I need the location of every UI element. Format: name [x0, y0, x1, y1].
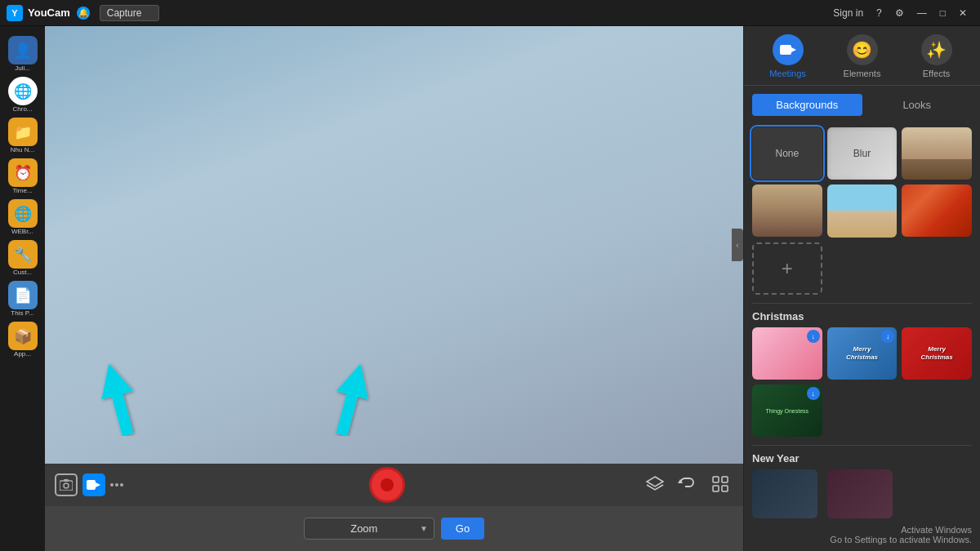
subtab-backgrounds[interactable]: Backgrounds: [752, 94, 862, 116]
desktop-icon-cust[interactable]: 🔧 Cust...: [5, 240, 41, 276]
xmas-item-2[interactable]: MerryChristmas ↓: [827, 327, 898, 380]
newyear-item-2[interactable]: [827, 469, 893, 518]
desktop-icon-nhu[interactable]: 📁 Nhu N...: [5, 118, 41, 153]
camera-icon: [55, 473, 78, 496]
bg-none-item[interactable]: None: [752, 127, 822, 180]
signin-button[interactable]: Sign in: [826, 6, 870, 20]
help-button[interactable]: ?: [870, 6, 889, 20]
go-button[interactable]: Go: [441, 518, 484, 540]
meetings-label: Meetings: [769, 69, 806, 78]
desktop-icon-time[interactable]: ⏰ Time...: [5, 158, 41, 194]
elements-icon: 😊: [847, 34, 878, 65]
panel-tabs: Meetings 😊 Elements ✨ Effects: [744, 26, 980, 86]
svg-rect-2: [60, 481, 73, 491]
new-year-grid: [752, 469, 972, 518]
bottom-bar: Zoom ▼ Go: [45, 506, 743, 551]
tab-elements[interactable]: 😊 Elements: [825, 34, 899, 78]
notification-badge: 🔔: [77, 7, 90, 20]
effects-icon: ✨: [921, 34, 952, 65]
newyear-item-1[interactable]: [752, 469, 817, 518]
undo-button[interactable]: [678, 476, 694, 495]
bg-blur-label: Blur: [853, 148, 871, 159]
bg-autumn-item[interactable]: [902, 184, 972, 237]
arrow-left-indicator: [90, 362, 147, 439]
arrow-right-indicator: [323, 362, 380, 439]
svg-marker-0: [93, 362, 144, 436]
desktop-icon-chrome[interactable]: 🌐 Chro...: [5, 77, 41, 113]
svg-rect-11: [722, 486, 728, 491]
video-icon: [82, 473, 105, 496]
effects-label: Effects: [923, 69, 950, 78]
add-background-icon: +: [782, 257, 793, 280]
svg-rect-5: [87, 480, 96, 490]
desktop-icon-app[interactable]: 📦 App...: [5, 322, 41, 358]
controls-bar: [45, 464, 743, 506]
bg-office-item[interactable]: [752, 184, 822, 237]
elements-label: Elements: [844, 69, 881, 78]
undo-icon: [678, 476, 694, 495]
subtab-looks[interactable]: Looks: [862, 94, 973, 116]
settings-button[interactable]: ⚙: [889, 6, 911, 20]
bg-none-label: None: [775, 148, 799, 159]
meetings-icon: [773, 34, 804, 65]
main-layout: 👤 Juli... 🌐 Chro... 📁 Nhu N... ⏰ Time...…: [0, 26, 980, 551]
xmas-badge-1: ↓: [807, 330, 820, 343]
desktop-icon-this[interactable]: 📄 This P...: [5, 281, 41, 317]
minimize-button[interactable]: —: [911, 6, 933, 20]
grid-button[interactable]: [712, 476, 728, 495]
panel-collapse-button[interactable]: ‹: [732, 229, 743, 261]
zoom-select-wrap: Zoom ▼: [304, 518, 434, 540]
backgrounds-grid: None Blur: [752, 127, 972, 295]
section-divider-1: [752, 303, 972, 304]
desktop-icon-webr[interactable]: 🌐 WEBr...: [5, 199, 41, 235]
xmas-thingy-label: Thingy Onestess: [766, 408, 809, 414]
xmas-badge-2: ↓: [881, 330, 894, 343]
christmas-grid: ↓ MerryChristmas ↓ MerryChristmas Thingy…: [752, 327, 972, 437]
bg-add-item[interactable]: +: [752, 242, 822, 295]
bg-beach-item[interactable]: [827, 184, 898, 237]
ctrl-right-actions: [645, 475, 733, 495]
svg-rect-8: [713, 477, 719, 482]
layers-icon: [645, 475, 665, 495]
close-button[interactable]: ✕: [952, 6, 973, 20]
photo-capture-button[interactable]: [55, 473, 78, 496]
panel-scroll-area[interactable]: None Blur: [744, 122, 980, 551]
desktop-icon-julia[interactable]: 👤 Juli...: [5, 36, 41, 72]
bg-blur-item[interactable]: Blur: [827, 127, 898, 180]
more-options-button[interactable]: [110, 475, 123, 495]
section-divider-2: [752, 445, 972, 446]
capture-dropdown[interactable]: Capture: [100, 5, 159, 21]
svg-point-3: [64, 483, 69, 488]
panel-subtabs: Backgrounds Looks: [752, 94, 972, 116]
layers-button[interactable]: [645, 475, 665, 495]
right-panel: Meetings 😊 Elements ✨ Effects Background…: [743, 26, 980, 551]
maximize-button[interactable]: □: [933, 6, 952, 20]
titlebar: Y YouCam 🔔 Capture ▼ Sign in ? ⚙ — □ ✕: [0, 0, 980, 26]
xmas-badge-4: ↓: [807, 387, 820, 400]
record-icon: [381, 478, 394, 491]
app-logo: Y: [7, 5, 23, 21]
camera-section: ‹: [45, 26, 743, 551]
bg-room-item[interactable]: [902, 127, 972, 180]
desktop-sidebar: 👤 Juli... 🌐 Chro... 📁 Nhu N... ⏰ Time...…: [0, 26, 45, 551]
xmas-item-3[interactable]: MerryChristmas: [902, 327, 972, 380]
zoom-select[interactable]: Zoom: [304, 518, 434, 540]
grid-icon: [712, 476, 728, 495]
xmas-merry-label-2: MerryChristmas: [920, 344, 955, 362]
svg-rect-12: [780, 45, 791, 55]
svg-rect-4: [64, 479, 69, 482]
video-capture-button[interactable]: [82, 473, 105, 496]
christmas-section-title: Christmas: [752, 310, 972, 322]
svg-marker-13: [791, 47, 796, 52]
svg-rect-9: [722, 477, 728, 482]
app-name: YouCam: [28, 7, 70, 19]
svg-rect-10: [713, 486, 719, 491]
xmas-item-1[interactable]: ↓: [752, 327, 822, 380]
svg-marker-1: [326, 362, 376, 436]
xmas-item-4[interactable]: Thingy Onestess ↓: [752, 384, 822, 437]
capture-dropdown-wrap: Capture ▼: [100, 5, 154, 21]
tab-effects[interactable]: ✨ Effects: [899, 34, 973, 78]
record-button[interactable]: [369, 467, 405, 503]
xmas-merry-label-1: MerryChristmas: [844, 344, 880, 362]
tab-meetings[interactable]: Meetings: [751, 34, 825, 78]
